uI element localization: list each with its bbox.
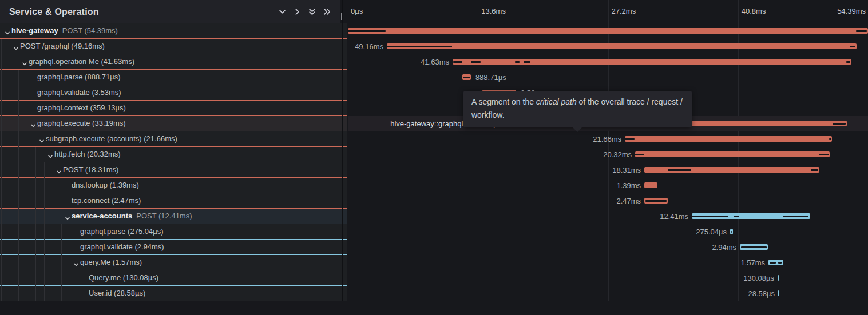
span-row-name[interactable]: graphql.validate (3.53ms) bbox=[0, 85, 347, 101]
critical-path-segment bbox=[850, 46, 854, 47]
expand-chevron-icon[interactable] bbox=[22, 59, 27, 69]
service-name: hive-gateway bbox=[11, 26, 58, 35]
critical-path-segment bbox=[348, 30, 386, 32]
critical-path-segment bbox=[846, 61, 850, 63]
span-duration-bar[interactable] bbox=[644, 198, 668, 204]
timeline-column: 0µs 13.6ms 27.2ms 40.8ms 54.39ms 49.16ms… bbox=[348, 0, 868, 315]
span-duration-bar[interactable] bbox=[625, 136, 832, 142]
span-label: Query.me (130.08µs) bbox=[89, 270, 158, 285]
span-label: query.Me (1.57ms) bbox=[80, 255, 142, 270]
critical-path-segment bbox=[741, 246, 767, 248]
tree-indent-guide bbox=[1, 39, 2, 301]
tick-label-1: 13.6ms bbox=[481, 7, 506, 15]
span-duration-label: 1.39ms bbox=[616, 178, 641, 193]
span-row-timeline: 20.32ms bbox=[348, 147, 868, 162]
critical-path-segment bbox=[387, 46, 452, 47]
span-row-name[interactable]: POST /graphql (49.16ms) bbox=[0, 39, 347, 54]
double-chevron-down-icon[interactable] bbox=[304, 5, 319, 19]
span-duration-bar[interactable] bbox=[453, 59, 851, 65]
critical-path-segment bbox=[833, 123, 846, 125]
operation-name: POST (54.39ms) bbox=[62, 26, 118, 35]
critical-path-segment bbox=[734, 216, 739, 217]
tree-indent-guide bbox=[53, 178, 53, 301]
service-name: service-accounts bbox=[72, 212, 132, 220]
span-duration-bar[interactable] bbox=[778, 290, 779, 296]
span-duration-bar[interactable] bbox=[692, 213, 810, 219]
critical-path-segment bbox=[463, 77, 470, 78]
span-row-timeline: 2.94ms bbox=[348, 240, 868, 255]
span-label: POST (18.31ms) bbox=[63, 162, 118, 177]
critical-path-segment bbox=[778, 262, 782, 264]
expand-chevron-icon[interactable] bbox=[5, 28, 10, 38]
expand-chevron-icon[interactable] bbox=[73, 260, 79, 270]
operation-name: POST (12.41ms) bbox=[136, 212, 192, 220]
span-duration-bar[interactable] bbox=[644, 182, 657, 188]
span-row-name[interactable]: http.fetch (20.32ms) bbox=[0, 147, 347, 162]
span-row-name[interactable]: graphql.operation Me (41.63ms) bbox=[0, 54, 347, 70]
column-divider[interactable] bbox=[342, 0, 343, 301]
span-duration-label: 12.41ms bbox=[660, 209, 688, 224]
tree-indent-guide bbox=[18, 70, 19, 301]
expand-chevron-icon[interactable] bbox=[65, 213, 70, 224]
critical-path-segment bbox=[829, 138, 831, 140]
critical-path-segment bbox=[453, 61, 462, 63]
span-row-name[interactable]: subgraph.execute (accounts) (21.66ms) bbox=[0, 131, 347, 147]
critical-path-segment bbox=[668, 169, 691, 171]
span-duration-bar[interactable] bbox=[348, 28, 868, 34]
span-duration-bar[interactable] bbox=[730, 229, 733, 234]
span-duration-bar[interactable] bbox=[462, 74, 471, 80]
span-row-timeline: 49.16ms bbox=[348, 39, 868, 54]
span-duration-bar[interactable] bbox=[740, 244, 768, 250]
critical-path-segment bbox=[645, 200, 667, 202]
span-duration-bar[interactable] bbox=[778, 275, 779, 281]
span-row-timeline: 1.57ms bbox=[348, 255, 868, 270]
tree-indent-guide bbox=[35, 147, 36, 301]
span-duration-bar[interactable] bbox=[768, 260, 783, 265]
span-row-timeline: 21.66ms bbox=[348, 131, 868, 147]
critical-path-segment bbox=[471, 61, 481, 63]
span-duration-label: 41.63ms bbox=[421, 54, 449, 70]
expand-chevron-icon[interactable] bbox=[47, 151, 53, 162]
tick-label-3: 40.8ms bbox=[742, 7, 766, 15]
span-duration-label: 2.94ms bbox=[712, 240, 736, 255]
span-duration-label: 888.71µs bbox=[475, 70, 506, 85]
span-label: graphql.context (359.13µs) bbox=[37, 101, 126, 115]
span-label: graphql.validate (3.53ms) bbox=[37, 85, 121, 100]
span-row-name[interactable]: graphql.context (359.13µs) bbox=[0, 101, 347, 116]
span-label: graphql.parse (275.04µs) bbox=[80, 224, 164, 239]
span-row-timeline: 41.63ms bbox=[348, 54, 868, 70]
expand-chevron-icon[interactable] bbox=[13, 43, 19, 54]
span-row-name[interactable]: graphql.parse (888.71µs) bbox=[0, 70, 347, 85]
span-label: graphql.parse (888.71µs) bbox=[37, 70, 121, 85]
span-duration-label: 130.08µs bbox=[743, 270, 774, 286]
expand-chevron-icon[interactable] bbox=[56, 167, 62, 177]
chevron-right-icon[interactable] bbox=[290, 5, 304, 19]
critical-path-segment bbox=[635, 154, 644, 155]
span-row-name[interactable]: POST (18.31ms) bbox=[0, 162, 347, 178]
tick-label-0: 0µs bbox=[351, 7, 363, 15]
critical-path-segment bbox=[515, 61, 520, 63]
span-duration-bar[interactable] bbox=[387, 43, 857, 49]
span-duration-bar[interactable] bbox=[644, 167, 819, 173]
column-resize-grip[interactable] bbox=[340, 13, 346, 21]
span-label: tcp.connect (2.47ms) bbox=[72, 193, 141, 208]
tick-label-4: 54.39ms bbox=[837, 7, 866, 15]
span-row-timeline: 28.58µs bbox=[348, 286, 868, 301]
span-row-name[interactable]: hive-gatewayPOST (54.39ms) bbox=[0, 23, 347, 39]
tooltip-text: A segment on the bbox=[471, 97, 536, 106]
chevron-down-icon[interactable] bbox=[275, 5, 290, 19]
span-row-timeline bbox=[348, 23, 868, 39]
tree-indent-guide bbox=[61, 224, 62, 301]
span-duration-label: 275.04µs bbox=[696, 224, 727, 240]
span-row-name[interactable]: graphql.execute (33.19ms) bbox=[0, 116, 347, 131]
tree-indent-guide bbox=[70, 270, 70, 301]
span-duration-label: 20.32ms bbox=[603, 147, 632, 162]
critical-path-segment bbox=[819, 154, 829, 155]
span-row-timeline: 130.08µs bbox=[348, 270, 868, 286]
span-row-timeline: 275.04µs bbox=[348, 224, 868, 240]
expand-chevron-icon[interactable] bbox=[39, 136, 45, 146]
span-duration-bar[interactable] bbox=[635, 151, 830, 157]
double-chevron-right-icon[interactable] bbox=[319, 5, 334, 19]
expand-chevron-icon[interactable] bbox=[30, 121, 36, 131]
critical-path-segment bbox=[770, 262, 776, 264]
